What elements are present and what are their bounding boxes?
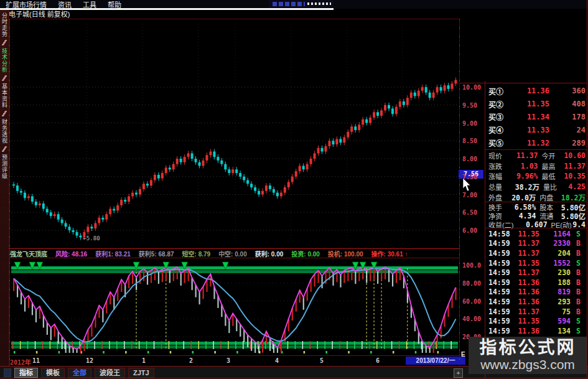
- tick-row: 14:5911.36188B: [486, 278, 587, 288]
- panel-separator-2: [9, 258, 460, 258]
- info-label: 总量: [488, 182, 509, 192]
- tick-price: 11.37: [512, 249, 539, 258]
- tick-volume: 1552: [539, 259, 571, 268]
- date-box[interactable]: 2013/07/22/一: [406, 357, 465, 365]
- tick-side: B: [571, 268, 581, 277]
- price-axis-label: 8.50: [462, 138, 477, 144]
- tick-time: 14:59: [488, 239, 512, 248]
- left-sidebar: 分时走势技术分析基本资料财务透视预测评级: [0, 10, 9, 367]
- buy-price: 11.33: [513, 126, 549, 134]
- tick-time: 14:59: [488, 249, 512, 258]
- indicator-param: 投机: 100.00: [328, 249, 363, 258]
- indicator-chart[interactable]: [9, 258, 460, 356]
- sidebar-tab-3[interactable]: 财务透视: [0, 116, 9, 146]
- tick-row: 14:5911.372330B: [486, 239, 587, 249]
- tick-price: 11.35: [512, 230, 539, 238]
- indicator-param: 获利1: 83.21: [95, 249, 131, 258]
- vendor-logo-dots: [307, 2, 331, 5]
- tick-time: 14:59: [488, 297, 512, 306]
- price-axis-label: 9.00: [462, 120, 477, 127]
- tabbar-icon: [4, 368, 11, 377]
- sidebar-tab-separator: [0, 40, 9, 45]
- tick-price: 11.37: [512, 268, 539, 277]
- vendor-logo-glyphs: [273, 2, 305, 6]
- tick-volume: 204: [539, 249, 571, 258]
- indicator-param: 短空: 8.79: [182, 249, 211, 258]
- bottom-tab-1[interactable]: 模板: [41, 368, 65, 378]
- price-axis-label: 6.50: [462, 209, 477, 216]
- sidebar-tab-0[interactable]: 分时走势: [0, 10, 9, 40]
- info-value: 10.35: [564, 172, 586, 180]
- buy-queue-row: 买④11.3324: [486, 123, 587, 136]
- buy-volume: 289: [549, 139, 586, 147]
- buy-price: 11.35: [513, 100, 549, 108]
- indicator-param: 投资: 0.00: [291, 249, 320, 258]
- indicator-param: 获利5: 68.87: [139, 249, 174, 258]
- sidebar-tab-1[interactable]: 技术分析: [0, 45, 9, 75]
- chart-right-border: [459, 19, 460, 366]
- info-value: 10.60: [564, 151, 586, 160]
- vendor-logo: [269, 0, 334, 8]
- bottom-tab-2[interactable]: 全部: [68, 368, 91, 378]
- quote-info-row: 外盘20.0万内盘18.2万: [486, 192, 587, 202]
- candlestick-chart[interactable]: ←5.80: [9, 19, 460, 248]
- info-value: 6.58%: [508, 203, 536, 212]
- tick-volume: 134: [539, 327, 571, 335]
- info-value: 11.37: [564, 162, 586, 171]
- tick-volume: 819: [539, 288, 571, 296]
- tick-price: 11.36: [512, 278, 539, 287]
- sidebar-tab-2[interactable]: 基本资料: [0, 81, 9, 111]
- quote-info-row: 涨幅9.96%最低10.35: [486, 171, 587, 182]
- tick-row: 14:5911.36293B: [486, 297, 587, 307]
- quote-info-grid-2: 换手6.58%股本5.80亿净资4.34流通5.80亿收益(二)0.607PE(…: [486, 203, 587, 228]
- buy-level-label: 买⑤: [488, 138, 513, 148]
- tick-list[interactable]: 14:5811.351164S14:5911.372330B14:5911.37…: [486, 229, 587, 336]
- quote-panel-left-border: [485, 81, 485, 379]
- tick-price: 11.36: [512, 327, 539, 335]
- tick-side: B: [571, 288, 581, 296]
- bottom-tab-0[interactable]: 指标: [14, 368, 38, 378]
- window-right-border: [587, 0, 587, 379]
- quote-info-row: 涨跌1.03最高11.37: [486, 161, 587, 172]
- indicator-axis-label: 100.0: [462, 262, 481, 269]
- buy-level-label: 买③: [488, 111, 513, 122]
- bottom-tab-3[interactable]: 波段王: [95, 368, 125, 378]
- sidebar-tab-separator: [0, 111, 9, 116]
- tick-side: S: [571, 327, 581, 335]
- buy-price: 11.36: [513, 87, 549, 95]
- tick-time: 14:59: [488, 259, 512, 268]
- info-value: 4.25: [566, 182, 586, 191]
- chart-top-border: [9, 19, 460, 19]
- tick-row: 14:5911.37230B: [486, 268, 587, 278]
- info-value: 11.37: [508, 151, 538, 160]
- indicator-param-line: 强龙飞天顶底风险: 48.16获利1: 83.21获利5: 68.87短空: 8…: [10, 249, 459, 258]
- tick-row: 14:5911.35594S: [486, 316, 587, 326]
- stock-title: 电子城(日线 前复权): [9, 10, 320, 19]
- site-watermark: 指标公式网 www.zbgs3.com: [469, 337, 587, 374]
- x-axis-label: 12: [86, 357, 93, 364]
- indicator-param: 风险: 48.16: [55, 249, 87, 258]
- info-label: 现价: [488, 151, 508, 161]
- mouse-cursor: [462, 178, 472, 192]
- window-bottom-border: [0, 378, 588, 378]
- x-axis-label: 1: [142, 357, 146, 364]
- sidebar-tab-4[interactable]: 预测评级: [0, 152, 9, 182]
- tick-side: B: [571, 297, 581, 306]
- info-label: 量比: [543, 182, 566, 192]
- tick-time: 14:58: [488, 230, 512, 238]
- buy-price: 11.34: [513, 113, 549, 121]
- quote-separator-2: [485, 202, 587, 202]
- tick-volume: 594: [539, 317, 571, 325]
- tick-time: 14:59: [488, 307, 512, 316]
- panel-separator-1: [9, 248, 460, 249]
- buy-volume: 178: [549, 113, 586, 121]
- price-axis-label: 9.50: [462, 102, 477, 109]
- buy-volume: 408: [549, 100, 586, 108]
- bottom-tab-4[interactable]: ZJTJ: [128, 368, 154, 378]
- quote-panel: 买①11.36360买②11.35408买③11.34178买④11.3324买…: [485, 81, 587, 379]
- add-indicator-button[interactable]: +: [454, 368, 463, 378]
- chart-left-border: [9, 19, 10, 366]
- tick-side: S: [571, 317, 581, 325]
- x-axis-label: 4: [275, 357, 279, 364]
- tick-volume: 2330: [539, 239, 571, 248]
